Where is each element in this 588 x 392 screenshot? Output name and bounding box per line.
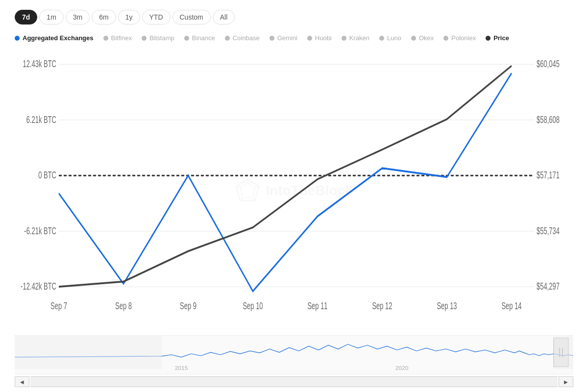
legend-item-luno[interactable]: Luno <box>379 34 401 42</box>
svg-text:Sep 14: Sep 14 <box>501 300 521 311</box>
legend-label: Bitstamp <box>149 34 174 42</box>
time-btn-all[interactable]: All <box>213 10 235 24</box>
svg-text:$54,297: $54,297 <box>537 281 560 292</box>
svg-text:Sep 9: Sep 9 <box>180 300 196 311</box>
scroll-right-button[interactable]: ▶ <box>559 376 573 387</box>
legend-item-bitfinex[interactable]: Bitfinex <box>103 34 132 42</box>
svg-text:Sep 13: Sep 13 <box>437 300 457 311</box>
legend-dot <box>270 36 274 41</box>
svg-text:-6.21k BTC: -6.21k BTC <box>24 225 56 236</box>
legend-label: Okex <box>419 34 434 42</box>
svg-text:$58,608: $58,608 <box>537 114 560 125</box>
chart-area: IntoTheBlock 12.43k BTC 6.21k BTC 0 BTC … <box>15 49 573 387</box>
svg-text:6.21k BTC: 6.21k BTC <box>26 114 56 125</box>
legend-dot <box>15 36 20 41</box>
scroll-left-button[interactable]: ◀ <box>15 376 29 387</box>
legend-item-price[interactable]: Price <box>486 34 509 42</box>
svg-text:Sep 12: Sep 12 <box>372 300 392 311</box>
time-btn-ytd[interactable]: YTD <box>142 10 171 24</box>
svg-rect-38 <box>554 336 573 369</box>
legend-dot <box>486 36 490 41</box>
legend-dot <box>103 36 108 41</box>
legend-item-poloniex[interactable]: Poloniex <box>443 34 476 42</box>
scrollbar-track[interactable] <box>30 376 558 387</box>
svg-text:Sep 10: Sep 10 <box>243 300 263 311</box>
legend-dot <box>342 36 346 41</box>
scrollbar-row: ◀ ▶ <box>15 376 573 387</box>
time-btn-6m[interactable]: 6m <box>92 10 116 24</box>
legend-item-binance[interactable]: Binance <box>184 34 215 42</box>
time-btn-custom[interactable]: Custom <box>172 10 211 24</box>
legend-label: Luno <box>387 34 401 42</box>
main-chart-container: IntoTheBlock 12.43k BTC 6.21k BTC 0 BTC … <box>15 49 573 331</box>
legend-dot <box>443 36 448 41</box>
legend-dot <box>142 36 147 41</box>
legend-item-okex[interactable]: Okex <box>411 34 434 42</box>
svg-text:12.43k BTC: 12.43k BTC <box>23 59 56 70</box>
legend-item-kraken[interactable]: Kraken <box>342 34 369 42</box>
svg-text:Sep 8: Sep 8 <box>115 300 132 311</box>
svg-text:Sep 11: Sep 11 <box>307 300 327 311</box>
legend-label: Poloniex <box>451 34 476 42</box>
time-btn-3m[interactable]: 3m <box>66 10 90 24</box>
legend-label: Bitfinex <box>111 34 132 42</box>
legend-dot <box>379 36 384 41</box>
legend-dot <box>307 36 312 41</box>
legend-item-gemini[interactable]: Gemini <box>270 34 297 42</box>
time-btn-1m[interactable]: 1m <box>39 10 63 24</box>
svg-text:Sep 7: Sep 7 <box>50 300 67 311</box>
legend-label: Binance <box>192 34 215 42</box>
legend-label: Gemini <box>277 34 297 42</box>
svg-rect-37 <box>15 336 162 369</box>
svg-text:$60,045: $60,045 <box>537 59 560 70</box>
time-btn-1y[interactable]: 1y <box>118 10 140 24</box>
legend-dot <box>184 36 189 41</box>
legend-item-huobi[interactable]: Huobi <box>307 34 332 42</box>
time-range-bar: 7d1m3m6m1yYTDCustomAll <box>15 10 573 24</box>
legend-label: Aggregated Exchanges <box>23 34 94 42</box>
svg-text:$55,734: $55,734 <box>537 225 560 236</box>
svg-text:-12.42k BTC: -12.42k BTC <box>21 281 56 292</box>
svg-text:0 BTC: 0 BTC <box>38 170 56 181</box>
svg-text:2015: 2015 <box>175 365 188 371</box>
chart-legend: Aggregated ExchangesBitfinexBitstampBina… <box>15 34 573 42</box>
navigator: 2015 2020 <box>15 335 573 374</box>
time-btn-7d[interactable]: 7d <box>15 10 37 24</box>
legend-label: Coinbase <box>233 34 260 42</box>
main-container: 7d1m3m6m1yYTDCustomAll Aggregated Exchan… <box>0 0 588 392</box>
legend-dot <box>411 36 416 41</box>
legend-item-coinbase[interactable]: Coinbase <box>225 34 260 42</box>
svg-text:2020: 2020 <box>395 365 409 371</box>
legend-label: Huobi <box>315 34 332 42</box>
svg-text:$57,171: $57,171 <box>537 170 560 181</box>
legend-item-aggregated-exchanges[interactable]: Aggregated Exchanges <box>15 34 94 42</box>
legend-dot <box>225 36 230 41</box>
legend-label: Price <box>493 34 509 42</box>
legend-item-bitstamp[interactable]: Bitstamp <box>142 34 174 42</box>
legend-label: Kraken <box>349 34 369 42</box>
